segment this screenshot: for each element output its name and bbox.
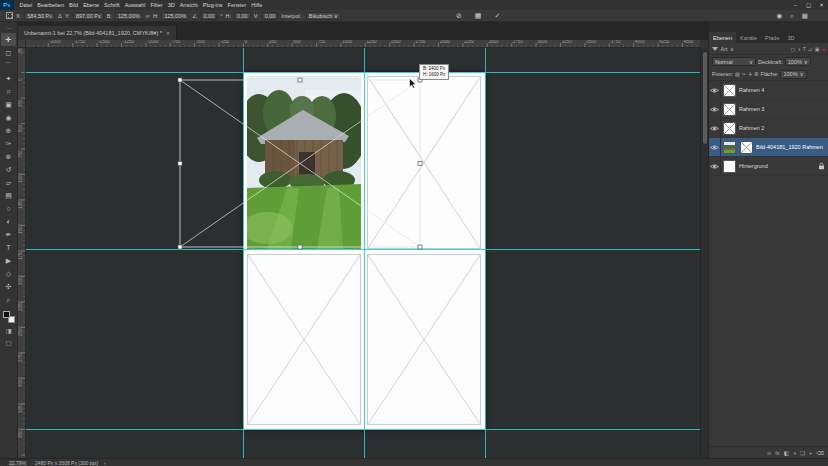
menu-fenster[interactable]: Fenster (225, 0, 249, 10)
quick-mask-icon[interactable]: ◨ (5, 327, 11, 335)
menu-ansicht[interactable]: Ansicht (177, 0, 200, 10)
fill-select[interactable]: 100%∨ (780, 70, 806, 79)
blend-mode-select[interactable]: Normal∨ (712, 57, 756, 66)
document-tab[interactable]: Unbenannt-1 bei 22,7% (Bild-404181_1920,… (18, 26, 177, 40)
ruler-origin-corner[interactable] (18, 40, 26, 48)
color-swatches[interactable] (3, 311, 15, 323)
visibility-toggle[interactable] (709, 138, 721, 156)
toolbar-more-icon[interactable]: ⋯ (6, 24, 12, 33)
layer-mask-icon[interactable]: ◧ (784, 450, 789, 456)
lock-position-icon[interactable]: ✛ (748, 71, 752, 77)
filter-kind-label[interactable]: Art (721, 46, 728, 52)
menu-ebene[interactable]: Ebene (81, 0, 102, 10)
panel-tab-kan-le[interactable]: Kanäle (736, 32, 761, 43)
minimize-button[interactable]: – (789, 0, 802, 10)
pen-tool[interactable]: ✒ (1, 228, 16, 241)
menu-schrift[interactable]: Schrift (102, 0, 123, 10)
layer-row-rahmen-3[interactable]: Rahmen 3 (709, 100, 828, 119)
layer-row-hintergrund[interactable]: Hintergrund (709, 157, 828, 176)
screen-mode-icon[interactable]: ▢ (5, 339, 11, 347)
menu-hilfe[interactable]: Hilfe (249, 0, 265, 10)
frame-tool[interactable]: ▣ (1, 98, 16, 111)
menu-plug-ins[interactable]: Plug-ins (200, 0, 225, 10)
filter-shape-layers-icon[interactable]: ▱ (808, 46, 812, 52)
layer-style-icon[interactable]: fx (775, 450, 779, 456)
panel-tab-ebenen[interactable]: Ebenen (709, 32, 736, 43)
skew-h-field[interactable]: 0,00 (234, 12, 251, 20)
panel-tab-3d[interactable]: 3D (783, 32, 798, 43)
zoom-level-field[interactable]: 22,79% (6, 459, 29, 466)
close-button[interactable]: ✕ (815, 0, 828, 10)
delta-icon[interactable]: Δ (58, 13, 62, 19)
layer-row-rahmen-2[interactable]: Rahmen 2 (709, 119, 828, 138)
commit-transform-button[interactable]: ✓ (494, 12, 500, 20)
search-icon[interactable]: ⌕ (790, 12, 794, 20)
visibility-toggle[interactable] (709, 100, 721, 118)
menu-3d[interactable]: 3D (165, 0, 177, 10)
status-menu-arrow[interactable]: › (104, 460, 106, 466)
zoom-tool[interactable]: ⌕ (1, 293, 16, 306)
filter-adjustment-layers-icon[interactable]: ◑ (797, 46, 800, 52)
interpolation-select[interactable]: Bikubisch ∨ (306, 12, 341, 20)
history-brush-tool[interactable]: ↺ (1, 163, 16, 176)
filter-pixel-layers-icon[interactable]: ◻ (791, 46, 795, 52)
filter-smart-object-icon[interactable]: ▣ (815, 46, 820, 52)
menu-bearbeiten[interactable]: Bearbeiten (35, 0, 67, 10)
width-value-field[interactable]: 125,00% (115, 12, 143, 20)
filter-funnel-icon[interactable] (712, 47, 718, 51)
visibility-toggle[interactable] (709, 119, 721, 137)
new-layer-icon[interactable]: + (809, 450, 812, 456)
y-value-field[interactable]: 897,00 Px (73, 12, 104, 20)
lock-pixels-icon[interactable]: ✑ (742, 71, 746, 77)
path-selection-tool[interactable]: ▶ (1, 254, 16, 267)
reference-point-icon[interactable] (6, 12, 13, 19)
visibility-toggle[interactable] (709, 81, 721, 99)
maximize-button[interactable]: ▢ (802, 0, 815, 10)
horizontal-ruler[interactable]: -2000-1750-1500-1250-1000-750-500-250025… (26, 40, 700, 48)
menu-filter[interactable]: Filter (148, 0, 165, 10)
eraser-tool[interactable]: ▱ (1, 176, 16, 189)
transform-bounding-box[interactable] (26, 48, 700, 458)
cancel-transform-button[interactable]: ⊘ (456, 12, 462, 20)
menu-auswahl[interactable]: Auswahl (122, 0, 148, 10)
canvas-area[interactable]: B: 2400 Px H: 1600 Px (26, 48, 700, 458)
vertical-scrollbar[interactable] (700, 48, 708, 458)
layer-row-bild-404181-1920-rahmen[interactable]: Bild-404181_1920 Rahmen (709, 138, 828, 157)
lock-all-icon[interactable]: ⊠ (754, 71, 758, 77)
blur-tool[interactable]: ○ (1, 202, 16, 215)
visibility-toggle[interactable] (709, 157, 721, 175)
workspace-switcher-icon[interactable]: ▦ (802, 12, 808, 20)
panel-tab-pfade[interactable]: Pfade (761, 32, 783, 43)
gradient-tool[interactable]: ▤ (1, 189, 16, 202)
healing-brush-tool[interactable]: ⊕ (1, 124, 16, 137)
account-icon[interactable]: ◉ (777, 12, 783, 20)
warp-mode-button[interactable]: ▦ (475, 12, 482, 20)
hand-tool[interactable]: ✣ (1, 280, 16, 293)
lock-transparency-icon[interactable]: ▨ (735, 71, 740, 77)
skew-v-field[interactable]: 0,00 (262, 12, 279, 20)
menu-datei[interactable]: Datei (17, 0, 35, 10)
move-tool[interactable]: ✛ (1, 33, 16, 46)
dodge-tool[interactable]: ◐ (1, 215, 16, 228)
brush-tool[interactable]: ✑ (1, 137, 16, 150)
x-value-field[interactable]: 584,50 Px (24, 12, 55, 20)
type-tool[interactable]: T (1, 241, 16, 254)
link-dimensions-icon[interactable]: ∞ (146, 13, 150, 19)
foreground-color-swatch[interactable] (3, 311, 10, 318)
filter-toggle-icon[interactable]: ● (822, 46, 825, 52)
vertical-ruler[interactable]: -250025050075010001250150017502000225025… (18, 48, 26, 458)
opacity-select[interactable]: 100%∨ (785, 57, 811, 66)
angle-value-field[interactable]: 0,00 (201, 12, 218, 20)
menu-bild[interactable]: Bild (66, 0, 80, 10)
filter-type-layers-icon[interactable]: T (803, 46, 806, 52)
eyedropper-tool[interactable]: ◉ (1, 111, 16, 124)
height-value-field[interactable]: 125,00% (161, 12, 189, 20)
filter-dropdown-arrow[interactable]: ∨ (730, 46, 734, 52)
layer-row-rahmen-4[interactable]: Rahmen 4 (709, 81, 828, 100)
lasso-tool[interactable]: ⌒ (1, 59, 16, 72)
layer-group-icon[interactable]: ❏ (800, 450, 805, 456)
tab-close-icon[interactable]: ✕ (166, 30, 170, 36)
delete-layer-icon[interactable]: ⌫ (816, 450, 824, 456)
vertical-scrollbar-thumb[interactable] (703, 52, 707, 144)
marquee-tool[interactable]: ◻ (1, 46, 16, 59)
